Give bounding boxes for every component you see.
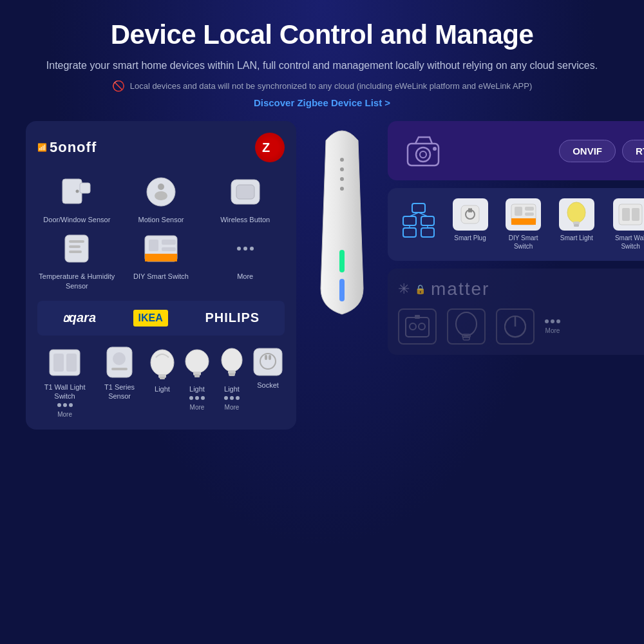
header-section: Device Local Control and Manage Integrat… <box>26 19 618 108</box>
device-item-more[interactable]: More <box>205 229 285 290</box>
camera-panel: ONVIF RTSP <box>388 121 644 180</box>
svg-rect-16 <box>162 240 176 245</box>
matter-panel: ✳ 🔒 matter <box>388 269 644 355</box>
device-item-diy: DIY Smart Switch <box>122 229 201 290</box>
notice-row: 🚫 Local devices and data will not be syn… <box>26 80 618 92</box>
zigbee-logo: Z <box>255 133 285 162</box>
dot <box>224 396 228 400</box>
light1-label: Light <box>155 384 170 393</box>
svg-point-39 <box>340 177 344 181</box>
light2-label: Light <box>189 384 205 393</box>
motion-icon-box <box>138 173 184 211</box>
matter-logo: matter <box>431 279 489 299</box>
light3-label: Light <box>224 384 240 393</box>
svg-rect-61 <box>511 218 536 225</box>
more-icon-box <box>223 229 268 268</box>
svg-rect-74 <box>415 315 420 319</box>
svg-rect-14 <box>145 254 177 261</box>
smart-light-label: Smart Light <box>560 234 593 242</box>
device-item-motion: Motion Sensor <box>122 173 201 224</box>
svg-rect-33 <box>254 348 282 375</box>
button-icon-box <box>223 173 268 211</box>
subtitle: Integrate your smart home devices within… <box>26 58 618 73</box>
svg-rect-11 <box>69 245 80 248</box>
svg-rect-63 <box>525 207 534 211</box>
svg-rect-62 <box>515 207 522 216</box>
device-item-wall-switch: Smart Wall Switch <box>607 198 644 251</box>
device-item-light: Smart Light <box>554 198 599 242</box>
dot <box>230 396 234 400</box>
hub-device <box>307 121 377 340</box>
device-col-light2: Light More <box>182 345 213 419</box>
dot <box>236 396 240 400</box>
dot2 <box>243 247 247 251</box>
device-col-socket: Socket <box>251 345 285 419</box>
svg-rect-70 <box>632 208 639 221</box>
plug-label: Smart Plug <box>454 234 486 242</box>
svg-rect-19 <box>53 354 64 372</box>
svg-rect-8 <box>236 185 254 199</box>
bottom-devices: T1 Wall Light Switch More T1 S <box>37 345 285 419</box>
dot <box>63 403 67 407</box>
svg-rect-29 <box>194 374 200 377</box>
dot1 <box>237 247 241 251</box>
hub-svg <box>313 121 371 327</box>
socket-label: Socket <box>257 381 279 390</box>
more-t1wall[interactable]: More <box>57 411 72 418</box>
matter-devices: More <box>398 308 644 345</box>
dot <box>69 403 73 407</box>
svg-rect-42 <box>339 279 345 301</box>
svg-rect-69 <box>622 208 630 221</box>
sonoff-brand-text: 5onoff <box>50 139 97 156</box>
notice-icon: 🚫 <box>112 80 125 92</box>
device-item-button: Wireless Button <box>205 173 285 224</box>
more-dots-light2 <box>189 396 205 400</box>
t1wall-label: T1 Wall Light Switch <box>37 383 92 401</box>
svg-rect-20 <box>66 354 77 372</box>
devices-panel: Smart Plug DI <box>388 188 644 261</box>
svg-point-37 <box>340 158 344 162</box>
svg-rect-17 <box>162 247 176 251</box>
right-panels: ONVIF RTSP <box>388 121 644 355</box>
svg-rect-9 <box>65 235 88 262</box>
device-item-door: Door/Window Sensor <box>37 173 117 224</box>
brand-row: ꭤqara IKEA PHILIPS <box>37 301 285 336</box>
svg-rect-41 <box>339 250 345 272</box>
device-col-light3: Light More <box>216 345 247 419</box>
svg-point-75 <box>456 312 477 336</box>
svg-rect-26 <box>160 377 165 379</box>
dot <box>545 319 549 323</box>
door-icon-box <box>54 173 99 211</box>
diy-switch-label: DIY Smart Switch <box>500 234 546 251</box>
button-label: Wireless Button <box>220 215 270 224</box>
svg-rect-2 <box>80 183 90 193</box>
matter-power <box>496 308 535 345</box>
svg-rect-10 <box>69 240 84 243</box>
device-item-diy-right: DIY Smart Switch <box>500 198 546 251</box>
svg-rect-47 <box>403 216 416 225</box>
discover-link[interactable]: Discover Zigbee Device List > <box>26 97 618 108</box>
matter-more-label[interactable]: More <box>545 327 560 334</box>
matter-more[interactable]: More <box>545 319 560 334</box>
more-light2[interactable]: More <box>190 404 205 411</box>
matter-lock-icon: 🔒 <box>415 284 426 294</box>
matter-snowflake-icon: ✳ <box>398 281 410 298</box>
dot <box>556 319 560 323</box>
dot <box>551 319 554 323</box>
svg-point-46 <box>433 147 437 151</box>
matter-more-dots <box>545 319 560 323</box>
device-item-plug: Smart Plug <box>448 198 493 242</box>
svg-point-45 <box>420 151 426 158</box>
svg-text:Z: Z <box>262 140 270 155</box>
more-dots <box>237 247 254 251</box>
protocol-badges: ONVIF RTSP <box>559 140 644 162</box>
svg-rect-36 <box>269 355 271 360</box>
camera-icon <box>401 131 446 170</box>
smart-light-icon <box>559 198 594 231</box>
ikea-logo: IKEA <box>133 310 168 327</box>
more-light3[interactable]: More <box>225 404 240 411</box>
svg-rect-32 <box>229 373 235 376</box>
svg-rect-67 <box>574 224 579 227</box>
svg-rect-23 <box>111 368 128 370</box>
device-col-t1wall: T1 Wall Light Switch More <box>37 345 92 419</box>
